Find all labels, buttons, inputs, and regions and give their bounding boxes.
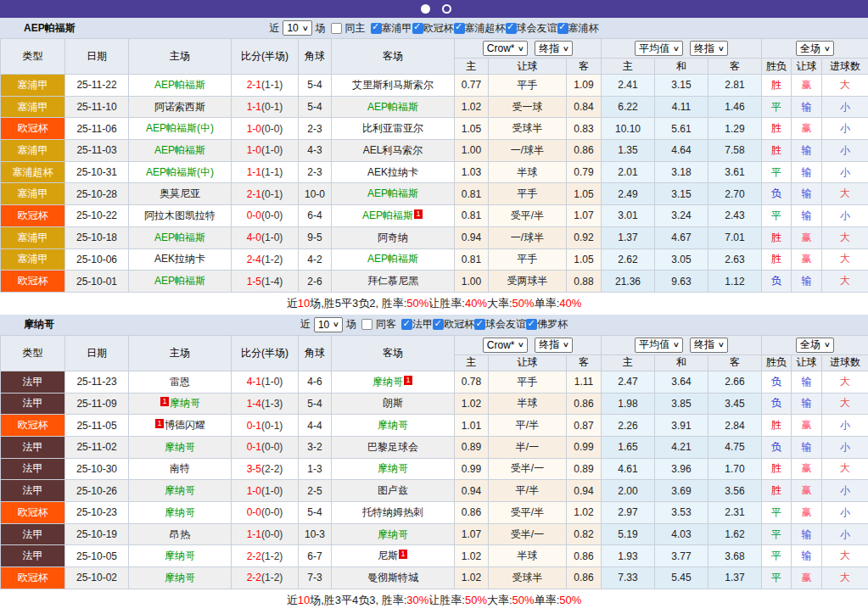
away-team[interactable]: 比利亚雷亚尔 [332, 118, 455, 140]
odds-final-select[interactable]: 终指∨ [535, 338, 573, 353]
avg-odds-select[interactable]: 平均值∨ [635, 338, 683, 353]
home-team[interactable]: 1摩纳哥 [129, 393, 232, 415]
home-team[interactable]: 摩纳哥 [129, 436, 232, 458]
score-cell[interactable]: 0-1(0-1) [232, 415, 299, 437]
home-team[interactable]: 雷恩 [129, 371, 232, 393]
avg-draw: 3.05 [655, 248, 708, 271]
score-cell[interactable]: 2-2(1-2) [232, 545, 299, 567]
away-team[interactable]: 拜仁慕尼黑 [332, 271, 455, 293]
avg-odds-select[interactable]: 平均值∨ [635, 41, 683, 56]
league-checkbox[interactable] [371, 23, 382, 34]
score-cell[interactable]: 1-4(1-3) [232, 393, 299, 415]
home-team[interactable]: AEK拉纳卡 [129, 248, 232, 271]
odds-source-select[interactable]: Crow*∨ [483, 41, 529, 56]
score-cell[interactable]: 0-0(0-0) [232, 502, 299, 524]
league-checkbox[interactable] [433, 319, 444, 330]
league-checkbox[interactable] [412, 23, 423, 34]
score-cell[interactable]: 4-0(1-0) [232, 226, 299, 248]
league-checkbox[interactable] [557, 23, 568, 34]
score-cell[interactable]: 2-2(1-2) [232, 567, 299, 589]
score-cell[interactable]: 4-1(1-0) [232, 371, 299, 393]
home-team[interactable]: AEP帕福斯 [129, 75, 232, 97]
away-team[interactable]: 曼彻斯特城 [332, 567, 455, 589]
avg-final-select[interactable]: 终指∨ [690, 41, 728, 56]
score-cell[interactable]: 1-0(1-0) [232, 140, 299, 162]
away-team[interactable]: AEK拉纳卡 [332, 161, 455, 183]
home-team[interactable]: AEP帕福斯 [129, 140, 232, 162]
score-cell[interactable]: 1-1(0-0) [232, 523, 299, 545]
league-checkbox[interactable] [526, 319, 537, 330]
odds-final-select[interactable]: 终指∨ [535, 41, 573, 56]
away-team[interactable]: AEP帕福斯1 [332, 205, 455, 227]
score-cell[interactable]: 1-5(1-4) [232, 271, 299, 293]
home-team[interactable]: 摩纳哥 [129, 502, 232, 524]
same-venue-checkbox[interactable] [331, 23, 342, 34]
score-cell[interactable]: 2-1(0-1) [232, 183, 299, 205]
home-team[interactable]: AEP帕福斯 [129, 271, 232, 293]
score-cell[interactable]: 1-0(1-0) [232, 480, 299, 502]
away-team[interactable]: 摩纳哥1 [332, 371, 455, 393]
away-team[interactable]: 巴黎足球会 [332, 436, 455, 458]
away-team[interactable]: 摩纳哥 [332, 415, 455, 437]
home-team[interactable]: 南特 [129, 458, 232, 480]
away-team[interactable]: 尼斯1 [332, 545, 455, 567]
score-cell[interactable]: 1-1(0-1) [232, 96, 299, 118]
league-filter[interactable]: 球会友谊 [474, 317, 526, 332]
score-cell[interactable]: 1-0(0-0) [232, 118, 299, 140]
scope-select[interactable]: 全场∨ [796, 338, 834, 353]
score-cell[interactable]: 2-4(1-2) [232, 248, 299, 271]
away-team[interactable]: AEP帕福斯 [332, 248, 455, 271]
games-count-select[interactable]: 10∨ [314, 317, 343, 332]
league-filter[interactable]: 法甲 [401, 317, 433, 332]
home-team[interactable]: 阿拉木图凯拉特 [129, 205, 232, 227]
league-filter[interactable]: 佛罗杯 [526, 317, 568, 332]
away-team[interactable]: AEP帕福斯 [332, 96, 455, 118]
home-team[interactable]: 摩纳哥 [129, 480, 232, 502]
league-checkbox[interactable] [454, 23, 465, 34]
home-team[interactable]: 1博德闪耀 [129, 415, 232, 437]
home-team[interactable]: 摩纳哥 [129, 545, 232, 567]
score-cell[interactable]: 0-0(0-0) [232, 205, 299, 227]
radio-unselected-icon[interactable] [442, 4, 451, 14]
score-cell[interactable]: 3-5(2-2) [232, 458, 299, 480]
corner-cell: 9-5 [299, 226, 332, 248]
home-team[interactable]: AEP帕福斯 [129, 226, 232, 248]
score-cell[interactable]: 1-1(1-1) [232, 161, 299, 183]
league-checkbox[interactable] [401, 319, 412, 330]
games-count-select[interactable]: 10∨ [283, 20, 311, 36]
league-checkbox[interactable] [506, 23, 517, 34]
away-team[interactable]: 阿奇纳 [332, 226, 455, 248]
away-team[interactable]: 艾里斯利马斯索尔 [332, 75, 455, 97]
avg-final-select[interactable]: 终指∨ [690, 338, 728, 353]
home-team[interactable]: 奥莫尼亚 [129, 183, 232, 205]
radio-selected-icon[interactable] [421, 4, 430, 14]
same-venue-filter[interactable]: 同客 [361, 317, 396, 332]
home-team[interactable]: AEP帕福斯(中) [129, 161, 232, 183]
home-team[interactable]: 昂热 [129, 523, 232, 545]
away-team[interactable]: AEL利马索尔 [332, 140, 455, 162]
same-venue-checkbox[interactable] [361, 319, 372, 330]
layout-radio-vertical[interactable] [421, 4, 434, 14]
score-cell[interactable]: 2-1(1-1) [232, 75, 299, 97]
away-team[interactable]: 摩纳哥 [332, 523, 455, 545]
home-team[interactable]: 摩纳哥 [129, 567, 232, 589]
away-team[interactable]: 朗斯 [332, 393, 455, 415]
league-filter[interactable]: 塞浦超杯 [454, 21, 506, 36]
league-filter[interactable]: 球会友谊 [506, 21, 557, 36]
away-team[interactable]: 托特纳姆热刺 [332, 502, 455, 524]
league-filter[interactable]: 塞浦甲 [371, 21, 412, 36]
score-cell[interactable]: 0-1(0-0) [232, 436, 299, 458]
league-checkbox[interactable] [474, 319, 485, 330]
scope-select[interactable]: 全场∨ [796, 41, 834, 56]
away-team[interactable]: AEP帕福斯 [332, 183, 455, 205]
home-team[interactable]: 阿诺索西斯 [129, 96, 232, 118]
same-venue-filter[interactable]: 同主 [331, 21, 366, 36]
away-team[interactable]: 摩纳哥 [332, 458, 455, 480]
odds-source-select[interactable]: Crow*∨ [483, 338, 529, 353]
league-filter[interactable]: 欧冠杯 [433, 317, 474, 332]
league-filter[interactable]: 塞浦杯 [557, 21, 599, 36]
away-team[interactable]: 图卢兹 [332, 480, 455, 502]
layout-radio-horizontal[interactable] [442, 4, 456, 14]
league-filter[interactable]: 欧冠杯 [412, 21, 454, 36]
home-team[interactable]: AEP帕福斯(中) [129, 118, 232, 140]
